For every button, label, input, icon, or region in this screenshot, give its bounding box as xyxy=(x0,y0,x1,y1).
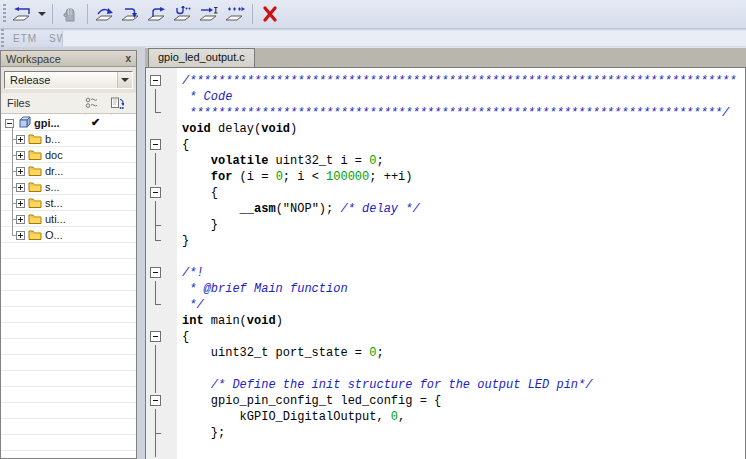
workspace-titlebar[interactable]: Workspace x xyxy=(1,51,136,67)
tree-item-label: s... xyxy=(45,181,60,193)
code-line: { xyxy=(146,137,745,153)
next-statement-button[interactable] xyxy=(170,2,196,26)
code-line: */ xyxy=(146,297,745,313)
trace-tab-row: ETM SWO xyxy=(0,30,746,47)
step-into-button[interactable] xyxy=(118,2,144,26)
code-line: /* Define the init structure for the out… xyxy=(146,377,745,393)
tab-etm[interactable]: ETM xyxy=(7,33,43,44)
folder-icon xyxy=(28,149,42,162)
file-tree: gpi... ✔ b... doc dr... s... xyxy=(1,115,136,458)
tree-item-label: doc xyxy=(45,149,63,161)
step-over-icon xyxy=(95,6,115,22)
workspace-title: Workspace xyxy=(6,53,61,65)
reset-button[interactable] xyxy=(9,2,35,26)
tree-item-label: dr... xyxy=(45,165,63,177)
tree-item-label: O... xyxy=(45,229,63,241)
reset-icon xyxy=(12,6,32,22)
code-line: * Code xyxy=(146,89,745,105)
tab-gpio-led-output[interactable]: gpio_led_output.c xyxy=(148,48,255,67)
code-line: { xyxy=(146,185,745,201)
tree-item-folder[interactable]: doc xyxy=(1,147,136,163)
code-lines: /***************************************… xyxy=(146,73,745,457)
run-to-cursor-icon xyxy=(199,6,219,22)
toolbar-separator xyxy=(252,4,253,24)
trace-row-grip[interactable] xyxy=(1,29,4,49)
code-line: } xyxy=(146,217,745,233)
configuration-value: Release xyxy=(10,74,50,86)
step-over-button[interactable] xyxy=(92,2,118,26)
tree-item-project[interactable]: gpi... ✔ xyxy=(1,115,136,131)
collapse-icon[interactable] xyxy=(5,119,14,128)
break-icon xyxy=(60,6,80,22)
close-icon[interactable]: x xyxy=(125,54,131,64)
code-line: int main(void) xyxy=(146,313,745,329)
code-line: void delay(void) xyxy=(146,121,745,137)
debug-toolbar xyxy=(0,0,746,29)
run-to-cursor-button[interactable] xyxy=(196,2,222,26)
code-line: uint32_t port_state = 0; xyxy=(146,345,745,361)
files-header-row: Files xyxy=(1,93,136,114)
tree-item-folder[interactable]: b... xyxy=(1,131,136,147)
code-line: /***************************************… xyxy=(146,73,745,89)
step-into-icon xyxy=(121,6,141,22)
expand-icon[interactable] xyxy=(16,135,25,144)
next-statement-icon xyxy=(173,6,193,22)
code-line xyxy=(146,361,745,377)
code-editor[interactable]: /***************************************… xyxy=(145,67,746,459)
go-button[interactable] xyxy=(222,2,248,26)
code-line: }; xyxy=(146,425,745,441)
reset-dropdown-icon[interactable] xyxy=(35,2,48,26)
expand-icon[interactable] xyxy=(16,167,25,176)
expand-icon[interactable] xyxy=(16,231,25,240)
go-icon xyxy=(225,6,245,22)
code-line: /*! xyxy=(146,265,745,281)
code-line: { xyxy=(146,329,745,345)
expand-icon[interactable] xyxy=(16,199,25,208)
folder-icon xyxy=(28,229,42,242)
step-out-icon xyxy=(147,6,167,22)
code-line: kGPIO_DigitalOutput, 0, xyxy=(146,409,745,425)
editor-tabbar: gpio_led_output.c xyxy=(145,47,746,67)
files-column-header[interactable]: Files xyxy=(1,97,79,109)
tree-item-folder[interactable]: uti... xyxy=(1,211,136,227)
symbols-icon[interactable] xyxy=(79,97,105,109)
code-line: volatile uint32_t i = 0; xyxy=(146,153,745,169)
tree-item-label: b... xyxy=(45,133,60,145)
toolbar-separator xyxy=(52,4,53,24)
code-line xyxy=(146,249,745,265)
expand-icon[interactable] xyxy=(16,183,25,192)
configuration-select[interactable]: Release xyxy=(4,71,133,89)
file-options-icon[interactable] xyxy=(105,97,129,110)
expand-icon[interactable] xyxy=(16,151,25,160)
trace-toolbar-area xyxy=(62,31,746,46)
toolbar-separator xyxy=(87,4,88,24)
tree-item-folder[interactable]: O... xyxy=(1,227,136,243)
expand-icon[interactable] xyxy=(16,215,25,224)
tree-item-folder[interactable]: dr... xyxy=(1,163,136,179)
tree-item-label: uti... xyxy=(45,213,66,225)
toolbar-grip[interactable] xyxy=(3,4,6,24)
project-cube-icon xyxy=(17,115,31,131)
folder-icon xyxy=(28,165,42,178)
code-line: for (i = 0; i < 100000; ++i) xyxy=(146,169,745,185)
code-line: __asm("NOP"); /* delay */ xyxy=(146,201,745,217)
stop-debugging-icon xyxy=(261,6,279,22)
code-line: } xyxy=(146,233,745,249)
folder-icon xyxy=(28,133,42,146)
configuration-strip: Release xyxy=(1,67,136,93)
folder-icon xyxy=(28,181,42,194)
tree-item-label: st... xyxy=(45,197,63,209)
chevron-down-icon[interactable] xyxy=(117,72,132,88)
code-line xyxy=(146,441,745,457)
folder-icon xyxy=(28,213,42,226)
tree-item-label: gpi... xyxy=(34,117,60,129)
tree-item-folder[interactable]: st... xyxy=(1,195,136,211)
workspace-panel: Workspace x Release Files xyxy=(0,50,137,459)
code-line: ****************************************… xyxy=(146,105,745,121)
code-line: * @brief Main function xyxy=(146,281,745,297)
tree-item-folder[interactable]: s... xyxy=(1,179,136,195)
break-button[interactable] xyxy=(57,2,83,26)
build-check-icon: ✔ xyxy=(91,116,100,129)
stop-debugging-button[interactable] xyxy=(257,2,283,26)
step-out-button[interactable] xyxy=(144,2,170,26)
